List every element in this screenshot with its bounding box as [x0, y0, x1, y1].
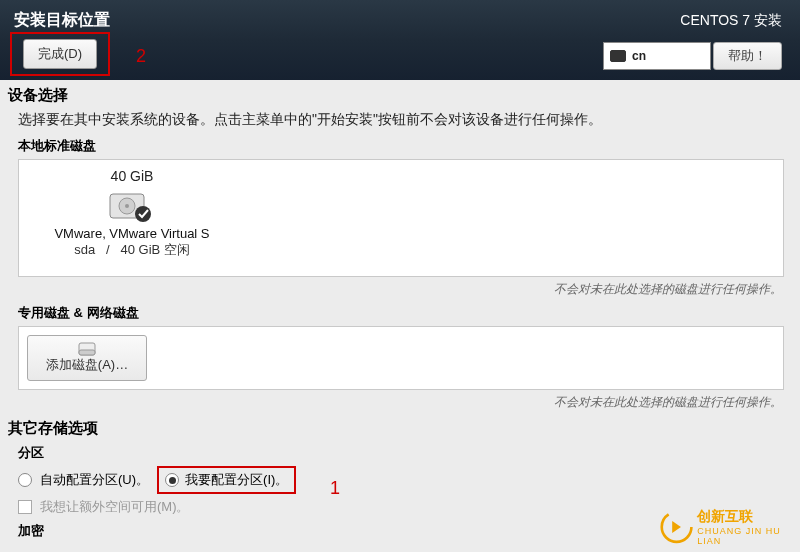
device-selection-title: 设备选择	[8, 86, 792, 105]
annotation-box-2: 完成(D)	[10, 32, 110, 76]
device-selection-hint: 选择要在其中安装系统的设备。点击主菜单中的"开始安装"按钮前不会对该设备进行任何…	[18, 111, 792, 129]
disk-item[interactable]: 40 GiB VMware, VMware Virtual S sda / 40…	[27, 168, 237, 259]
language-code: cn	[632, 49, 646, 63]
special-disks-panel: 添加磁盘(A)…	[18, 326, 784, 390]
partition-radios: 自动配置分区(U)。 我要配置分区(I)。	[18, 466, 792, 494]
disk-id: sda	[74, 242, 95, 257]
annotation-box-1: 我要配置分区(I)。	[157, 466, 296, 494]
local-disks-note: 不会对未在此处选择的磁盘进行任何操作。	[8, 281, 782, 298]
header-right: CENTOS 7 安装 cn 帮助！	[603, 12, 782, 70]
add-disk-button[interactable]: 添加磁盘(A)…	[27, 335, 147, 381]
annotation-number-2: 2	[136, 46, 146, 67]
keyboard-icon	[610, 50, 626, 62]
local-disks-label: 本地标准磁盘	[18, 137, 792, 155]
add-disk-icon	[78, 342, 96, 356]
local-disks-panel: 40 GiB VMware, VMware Virtual S sda / 40…	[18, 159, 784, 277]
special-disks-label: 专用磁盘 & 网络磁盘	[18, 304, 792, 322]
logo-text: 创新互联 CHUANG JIN HU LIAN	[697, 508, 794, 546]
disk-size: 40 GiB	[111, 168, 154, 184]
installer-brand: CENTOS 7 安装	[603, 12, 782, 30]
logo-icon	[660, 508, 693, 546]
extra-space-checkbox[interactable]	[18, 500, 32, 514]
disk-separator: /	[106, 242, 110, 257]
manual-partition-label: 我要配置分区(I)。	[185, 471, 288, 489]
help-button[interactable]: 帮助！	[713, 42, 782, 70]
add-disk-label: 添加磁盘(A)…	[46, 356, 128, 374]
svg-point-2	[125, 204, 129, 208]
annotation-number-1: 1	[330, 478, 340, 499]
done-button[interactable]: 完成(D)	[23, 39, 97, 69]
special-disks-note: 不会对未在此处选择的磁盘进行任何操作。	[8, 394, 782, 411]
header-bar: 安装目标位置 完成(D) 2 CENTOS 7 安装 cn 帮助！	[0, 0, 800, 80]
watermark-logo: 创新互联 CHUANG JIN HU LIAN	[660, 502, 800, 552]
disk-name: VMware, VMware Virtual S	[54, 226, 209, 241]
keyboard-layout-indicator[interactable]: cn	[603, 42, 711, 70]
svg-rect-5	[79, 350, 95, 355]
storage-options-title: 其它存储选项	[8, 419, 792, 438]
hard-drive-icon	[109, 188, 155, 224]
svg-point-3	[135, 206, 151, 222]
partition-label: 分区	[18, 444, 792, 462]
content-area: 设备选择 选择要在其中安装系统的设备。点击主菜单中的"开始安装"按钮前不会对该设…	[0, 80, 800, 540]
auto-partition-label: 自动配置分区(U)。	[40, 471, 149, 489]
disk-info: sda / 40 GiB 空闲	[74, 241, 190, 259]
disk-free: 40 GiB 空闲	[120, 242, 189, 257]
extra-space-label: 我想让额外空间可用(M)。	[40, 498, 190, 516]
manual-partition-radio[interactable]	[165, 473, 179, 487]
auto-partition-radio[interactable]	[18, 473, 32, 487]
